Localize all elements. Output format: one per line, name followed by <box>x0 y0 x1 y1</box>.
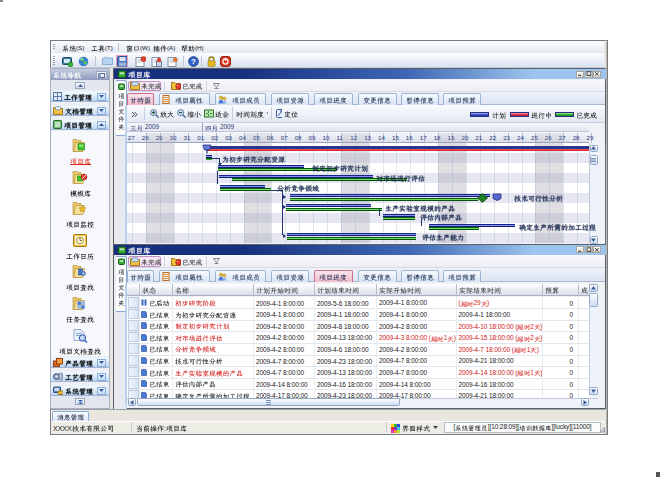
svg-text:?: ? <box>191 57 196 66</box>
